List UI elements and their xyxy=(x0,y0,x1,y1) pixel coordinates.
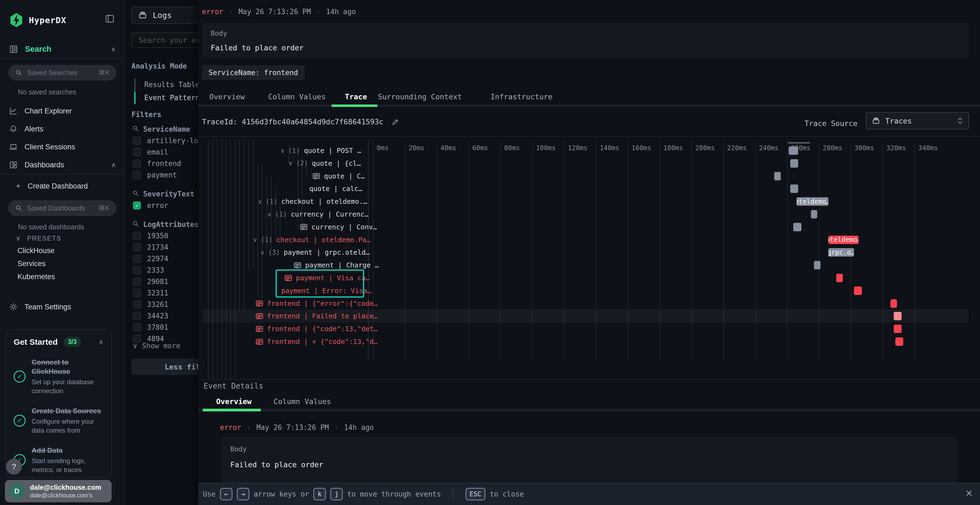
checkbox[interactable] xyxy=(133,171,141,179)
trace-source-select[interactable]: Traces xyxy=(865,112,969,130)
span-duration-bar[interactable] xyxy=(894,312,902,320)
span-tree-row[interactable]: frontend | Failed to place… xyxy=(256,310,377,322)
span-tree-row[interactable]: currency | Conv… xyxy=(300,221,377,233)
filter-checkbox-item[interactable]: 22974 xyxy=(133,255,168,263)
span-tree-row[interactable]: frontend | {"code":13,"det… xyxy=(256,322,377,335)
filter-checkbox-item[interactable]: artillery-load xyxy=(133,137,207,145)
span-duration-bar[interactable] xyxy=(814,261,820,269)
help-button[interactable]: ? xyxy=(6,459,22,475)
checkbox[interactable] xyxy=(133,300,141,308)
get-started-item[interactable]: ✓ Connect to ClickHouse Set up your data… xyxy=(14,358,103,395)
create-dashboard-button[interactable]: + Create Dashboard xyxy=(16,180,123,192)
span-duration-bar[interactable] xyxy=(774,172,780,180)
filter-checkbox-item[interactable]: 32311 xyxy=(133,289,168,297)
saved-searches-input[interactable]: Saved Searches ⌘K xyxy=(8,65,116,81)
sidebar-item-chart-explorer[interactable]: Chart Explorer xyxy=(9,105,116,117)
get-started-item[interactable]: ✓ Add Data Start sending logs, metrics, … xyxy=(14,446,103,475)
checkbox[interactable] xyxy=(133,289,141,297)
show-more-button[interactable]: ∨ Show more xyxy=(133,342,180,350)
checkbox[interactable] xyxy=(133,148,141,156)
span-duration-bar[interactable] xyxy=(895,337,903,346)
chevron-down-icon[interactable]: ∨ xyxy=(281,147,285,154)
tab-infrastructure[interactable]: Infrastructure xyxy=(490,92,553,101)
filter-checkbox-item[interactable]: 2333 xyxy=(133,266,164,274)
chevron-down-icon[interactable]: ∨ xyxy=(267,211,271,218)
get-started-item[interactable]: ✓ Create Data Sources Configure where yo… xyxy=(14,407,103,435)
span-duration-bar[interactable] xyxy=(789,146,798,155)
chevron-down-icon[interactable]: ∨ xyxy=(258,198,262,205)
event-details-tab-column-values[interactable]: Column Values xyxy=(274,397,331,406)
checkbox[interactable] xyxy=(133,255,141,263)
chevron-down-icon[interactable]: ∨ xyxy=(253,236,257,243)
span-duration-bar[interactable] xyxy=(836,274,843,282)
span-duration-bar[interactable] xyxy=(894,325,902,333)
checkbox[interactable] xyxy=(133,266,141,274)
span-tree-row[interactable]: ∨(2)quote | {cl… xyxy=(288,157,361,170)
filter-checkbox-item[interactable]: payment xyxy=(133,171,177,179)
sidebar-item-alerts[interactable]: Alerts xyxy=(9,123,116,135)
filter-checkbox-item[interactable]: 37801 xyxy=(133,323,168,332)
search-icon[interactable] xyxy=(132,190,139,198)
mode-event-patterns[interactable]: Event Patterns xyxy=(134,91,204,104)
waterfall-scroll-indicator[interactable] xyxy=(788,142,810,144)
chevron-down-icon[interactable]: ∨ xyxy=(261,249,264,256)
checkbox[interactable] xyxy=(133,137,141,145)
sidebar-section-search[interactable]: Search ∧ xyxy=(9,44,115,54)
chevron-up-icon[interactable]: ∧ xyxy=(99,338,103,346)
tab-surrounding-context[interactable]: Surrounding Context xyxy=(378,92,462,101)
edit-pencil-icon[interactable] xyxy=(391,118,399,126)
sidebar-item-services[interactable]: Services xyxy=(18,260,46,268)
span-duration-bar[interactable] xyxy=(790,159,798,168)
service-name-tag[interactable]: ServiceName: frontend xyxy=(202,65,305,80)
checkbox[interactable] xyxy=(133,323,141,332)
close-icon[interactable]: × xyxy=(966,488,972,499)
sidebar-item-kubernetes[interactable]: Kubernetes xyxy=(18,273,55,281)
filter-checkbox-item[interactable]: 21734 xyxy=(133,243,168,251)
span-tree-row[interactable]: frontend | {"error":{"code… xyxy=(256,297,377,310)
collapse-sidebar-icon[interactable] xyxy=(105,15,115,23)
filter-checkbox-item[interactable]: 34423 xyxy=(133,312,168,320)
filter-checkbox-item[interactable]: email xyxy=(133,148,168,156)
search-icon[interactable] xyxy=(132,221,139,229)
mode-results-table[interactable]: Results Table xyxy=(134,78,200,91)
span-duration-bar[interactable] xyxy=(790,184,798,193)
span-tree-row[interactable]: quote | calc… xyxy=(309,182,363,195)
sidebar-item-client-sessions[interactable]: Client Sessions xyxy=(9,141,116,153)
span-tree-row[interactable]: quote | C… xyxy=(312,170,365,183)
span-tree-row[interactable]: ∨(1)checkout | oteldemo.… xyxy=(258,195,367,208)
span-duration-bar[interactable]: oteldemo… xyxy=(828,236,859,244)
filter-checkbox-item[interactable]: ✓error xyxy=(133,201,168,210)
sidebar-item-team-settings[interactable]: Team Settings xyxy=(9,301,116,313)
presets-toggle[interactable]: ∨ PRESETS xyxy=(16,235,62,242)
span-tree-row[interactable]: ∨(1)currency | Currenc… xyxy=(267,208,369,221)
filter-checkbox-item[interactable]: 19350 xyxy=(133,232,168,240)
checkbox[interactable] xyxy=(133,243,141,251)
search-icon[interactable] xyxy=(132,125,139,133)
tab-overview[interactable]: Overview xyxy=(209,92,245,101)
filter-checkbox-item[interactable]: 29081 xyxy=(133,278,168,286)
span-tree-row[interactable]: ∨(1)quote | POST … xyxy=(281,144,361,157)
sidebar-item-clickhouse[interactable]: ClickHouse xyxy=(18,246,55,255)
span-duration-bar[interactable] xyxy=(793,223,801,231)
saved-dashboards-input[interactable]: Saved Dashboards ⌘K xyxy=(8,200,116,216)
span-tree-row[interactable]: ∨(1)checkout | oteldemo.Pa… xyxy=(253,233,371,246)
checkbox[interactable] xyxy=(133,278,141,286)
span-duration-bar[interactable]: oteldemo… xyxy=(797,197,828,206)
span-duration-bar[interactable] xyxy=(891,299,897,308)
span-tree-row[interactable]: ∨(3)payment | grpc.oteld… xyxy=(261,246,370,259)
span-duration-bar[interactable] xyxy=(854,286,862,295)
event-details-tab-overview[interactable]: Overview xyxy=(216,397,251,406)
chevron-down-icon[interactable]: ∨ xyxy=(288,160,293,167)
checkbox-checked[interactable]: ✓ xyxy=(133,201,141,210)
span-duration-bar[interactable] xyxy=(811,210,817,219)
span-tree-row[interactable]: frontend | × {"code":13,"d… xyxy=(256,335,377,348)
checkbox[interactable] xyxy=(133,159,141,168)
tab-trace[interactable]: Trace xyxy=(345,92,367,101)
user-menu[interactable]: D dale@clickhouse.com dale@clickhouse.co… xyxy=(5,480,111,502)
checkbox[interactable] xyxy=(133,232,141,240)
tab-column-values[interactable]: Column Values xyxy=(268,92,326,101)
filter-checkbox-item[interactable]: 33261 xyxy=(133,300,168,308)
span-duration-bar[interactable]: grpc.o… xyxy=(828,248,854,257)
filter-checkbox-item[interactable]: frontend xyxy=(133,159,181,168)
sidebar-item-dashboards[interactable]: Dashboards ∧ xyxy=(9,159,116,171)
